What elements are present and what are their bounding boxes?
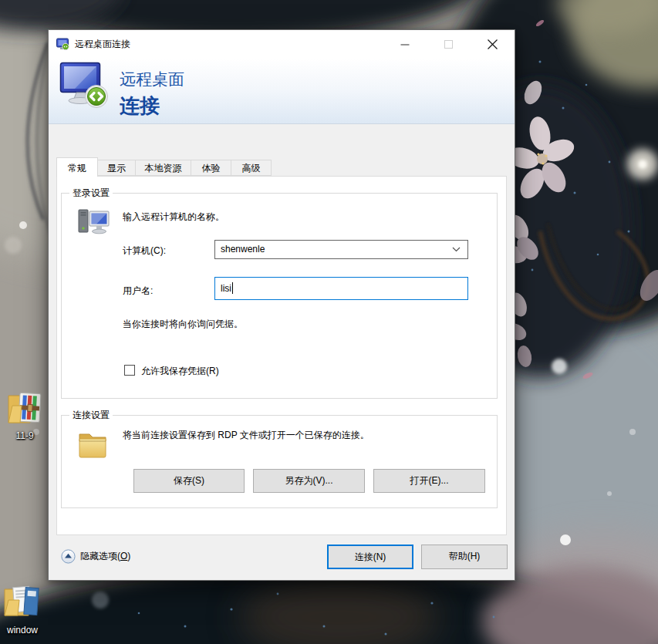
tab-advanced[interactable]: 高级 bbox=[231, 160, 272, 176]
minimize-button[interactable] bbox=[383, 30, 427, 59]
help-button[interactable]: 帮助(H) bbox=[421, 545, 508, 569]
username-value: lisi bbox=[221, 283, 231, 294]
tab-experience[interactable]: 体验 bbox=[191, 160, 231, 176]
computer-name-instruction: 输入远程计算机的名称。 bbox=[123, 211, 224, 224]
username-label: 用户名: bbox=[123, 285, 153, 298]
open-button[interactable]: 打开(E)... bbox=[373, 469, 485, 493]
window-title: 远程桌面连接 bbox=[75, 30, 130, 59]
tab-local-resources[interactable]: 本地资源 bbox=[135, 160, 191, 176]
folder-icon bbox=[76, 428, 109, 460]
desktop-icon-window-folder[interactable]: window bbox=[0, 583, 49, 636]
tab-general[interactable]: 常规 bbox=[56, 157, 98, 177]
computer-icon bbox=[76, 207, 110, 238]
window-folder-icon bbox=[2, 583, 43, 622]
connect-button[interactable]: 连接(N) bbox=[327, 545, 413, 569]
close-icon bbox=[488, 39, 498, 49]
remote-desktop-logo-icon bbox=[59, 62, 110, 110]
maximize-button[interactable] bbox=[427, 30, 471, 59]
desktop: 11-9 window bbox=[0, 0, 658, 644]
collapse-up-icon bbox=[61, 549, 76, 564]
maximize-icon bbox=[444, 40, 453, 49]
desktop-icon-label: window bbox=[0, 625, 49, 636]
minimize-icon bbox=[400, 40, 410, 49]
computer-value: shenwenle bbox=[221, 241, 265, 258]
desktop-icon-archive-folder[interactable]: 11-9 bbox=[0, 389, 49, 441]
save-credentials-label[interactable]: 允许我保存凭据(R) bbox=[141, 365, 219, 378]
tab-display[interactable]: 显示 bbox=[97, 160, 136, 176]
computer-label: 计算机(C): bbox=[123, 244, 166, 258]
desktop-icon-label: 11-9 bbox=[0, 430, 49, 441]
header-title-line1: 远程桌面 bbox=[120, 69, 184, 90]
connection-instruction: 将当前连接设置保存到 RDP 文件或打开一个已保存的连接。 bbox=[123, 429, 369, 442]
hide-options-button[interactable]: 隐藏选项(O) bbox=[61, 549, 130, 564]
dialog-header: 远程桌面 连接 bbox=[49, 59, 515, 124]
header-title-line2: 连接 bbox=[120, 93, 160, 120]
archive-folder-icon bbox=[5, 389, 45, 427]
logon-settings-legend: 登录设置 bbox=[69, 187, 113, 200]
save-credentials-checkbox[interactable] bbox=[124, 365, 135, 376]
username-input[interactable]: lisi bbox=[214, 277, 468, 300]
credentials-note: 当你连接时将向你询问凭据。 bbox=[123, 318, 243, 331]
connection-settings-legend: 连接设置 bbox=[69, 409, 113, 422]
computer-combobox[interactable]: shenwenle bbox=[214, 240, 468, 259]
text-caret bbox=[232, 282, 233, 294]
remote-desktop-dialog: 远程桌面连接 bbox=[48, 29, 515, 581]
save-button[interactable]: 保存(S) bbox=[133, 469, 245, 493]
save-as-button[interactable]: 另存为(V)... bbox=[253, 469, 365, 493]
title-bar[interactable]: 远程桌面连接 bbox=[49, 30, 515, 59]
close-button[interactable] bbox=[471, 30, 515, 59]
chevron-down-icon[interactable] bbox=[452, 247, 461, 252]
hide-options-label: 隐藏选项(O) bbox=[80, 550, 130, 563]
rdp-app-icon bbox=[56, 38, 69, 51]
